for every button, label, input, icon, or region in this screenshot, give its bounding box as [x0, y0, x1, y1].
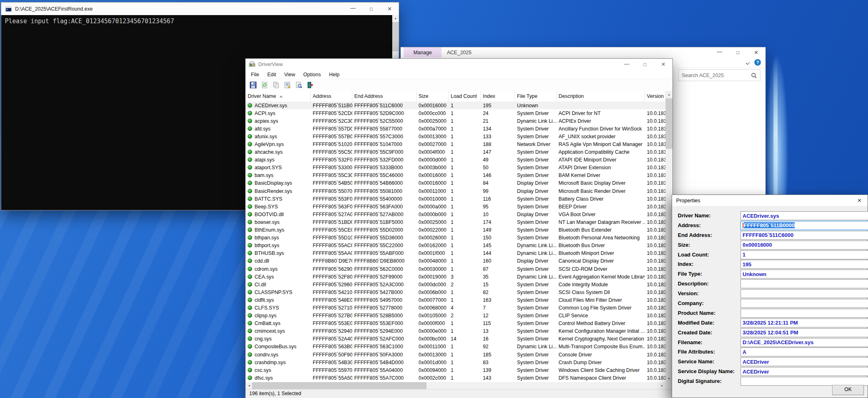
table-row[interactable]: BTHUSB.sysFFFFF805`55AA0000FFFFF805`55AB…	[246, 250, 666, 257]
table-row[interactable]: cmimcext.sysFFFFF805`52940000FFFFF805`52…	[246, 327, 666, 335]
property-field-index[interactable]: 195	[741, 260, 868, 269]
column-header-address[interactable]: Address	[311, 91, 352, 102]
save-button[interactable]	[249, 81, 257, 89]
console-minimize-button[interactable]: —	[344, 2, 362, 15]
table-row[interactable]: cdrom.sysFFFFF805`56290000FFFFF805`562C0…	[246, 265, 666, 273]
explorer-maximize-button[interactable]: □	[729, 47, 747, 57]
menu-item-help[interactable]: Help	[325, 72, 344, 77]
explorer-search-box[interactable]	[678, 69, 760, 81]
properties-close-button[interactable]: ×	[851, 195, 868, 206]
table-row[interactable]: BasicDisplay.sysFFFFF805`54B50000FFFFF80…	[246, 179, 666, 187]
table-row[interactable]: CmBatt.sysFFFFF805`553E0000FFFFF805`553E…	[246, 320, 666, 327]
column-header-size[interactable]: Size	[417, 91, 449, 102]
scroll-up-icon[interactable]: ▲	[666, 91, 672, 98]
property-field-description[interactable]	[741, 279, 868, 288]
copy-button[interactable]	[272, 81, 280, 89]
property-field-modified-date[interactable]: 3/28/2025 12:21:11 PM	[741, 318, 868, 327]
column-header-driver-name[interactable]: Driver Name	[246, 91, 311, 102]
property-field-file-type[interactable]: Unknown	[741, 270, 868, 279]
table-row[interactable]: ACPI.sysFFFFF805`52CD0000FFFFF805`52D9C0…	[246, 109, 666, 117]
table-row[interactable]: CEA.sysFFFFF805`52F80000FFFFF805`52F9900…	[246, 273, 666, 281]
column-header-version[interactable]: Version	[645, 91, 666, 102]
property-field-service-display-name[interactable]: ACEDriver	[741, 367, 868, 376]
table-row[interactable]: clipsp.sysFFFFF805`527B0000FFFFF805`528B…	[246, 312, 666, 320]
table-row[interactable]: bowser.sysFFFFF805`51BD0000FFFFF805`51BF…	[246, 218, 666, 226]
table-row[interactable]: cng.sysFFFFF805`52A40000FFFFF805`52AFC00…	[246, 335, 666, 343]
table-row[interactable]: Beep.SYSFFFFF805`563F0000FFFFF805`563FA0…	[246, 203, 666, 210]
menu-item-file[interactable]: File	[247, 72, 263, 77]
console-scrollbar-thumb[interactable]	[392, 22, 399, 51]
table-row[interactable]: CompositeBus.sysFFFFF805`563B0000FFFFF80…	[246, 343, 666, 351]
table-row[interactable]: BthEnum.sysFFFFF805`55CE0000FFFFF805`55D…	[246, 226, 666, 234]
explorer-close-button[interactable]: ×	[747, 47, 765, 57]
exit-button[interactable]	[306, 81, 314, 89]
console-close-button[interactable]: ×	[380, 2, 399, 15]
table-row[interactable]: condrv.sysFFFFF805`50F90000FFFFF805`50FA…	[246, 351, 666, 358]
table-row[interactable]: BOOTVID.dllFFFFF805`527A0000FFFFF805`527…	[246, 210, 666, 218]
table-row[interactable]: atapi.sysFFFFF805`532F0000FFFFF805`532FD…	[246, 156, 666, 164]
table-row[interactable]: bam.sysFFFFF805`55C30000FFFFF805`55C4600…	[246, 172, 666, 179]
table-row[interactable]: afd.sysFFFFF805`557D0000FFFFF805`5587700…	[246, 125, 666, 133]
table-row[interactable]: csc.sysFFFFF805`55970000FFFFF805`55A0400…	[246, 366, 666, 374]
scroll-left-icon[interactable]: ◄	[246, 382, 253, 389]
table-row[interactable]: CI.dllFFFFF805`52960000FFFFF805`52A3C000…	[246, 281, 666, 288]
search-input[interactable]	[679, 72, 750, 79]
horizontal-scrollbar[interactable]: ◄ ►	[246, 382, 672, 389]
driverview-maximize-button[interactable]: □	[636, 59, 654, 70]
table-row[interactable]: bthport.sysFFFFF805`55AC0000FFFFF805`55C…	[246, 242, 666, 250]
table-row[interactable]: CLFS.SYSFFFFF805`52710000FFFFF805`527780…	[246, 304, 666, 312]
driverview-close-button[interactable]: ×	[654, 59, 672, 70]
column-header-index[interactable]: Index	[481, 91, 515, 102]
properties-button[interactable]	[283, 81, 292, 89]
table-row[interactable]: AgileVpn.sysFFFFF805`51020000FFFFF805`51…	[246, 140, 666, 148]
property-field-product-name[interactable]	[741, 309, 868, 318]
property-field-created-date[interactable]: 3/28/2025 12:04:51 PM	[741, 328, 868, 337]
ok-button[interactable]: OK	[832, 385, 864, 395]
table-row[interactable]: ahcache.sysFFFFF805`55C50000FFFFF805`55C…	[246, 148, 666, 156]
console-maximize-button[interactable]: □	[362, 2, 380, 15]
table-row[interactable]: dfsc.sysFFFFF805`55A50000FFFFF805`55A7C0…	[246, 374, 666, 382]
search-icon[interactable]	[750, 72, 758, 79]
help-icon[interactable]: ?	[754, 59, 761, 66]
column-header-load-count[interactable]: Load Count	[449, 91, 481, 102]
property-field-filename[interactable]: D:\ACE_2025\ACEDriver.sys	[741, 338, 868, 347]
column-header-file-type[interactable]: File Type	[515, 91, 556, 102]
table-row[interactable]: BasicRender.sysFFFFF805`55070000FFFFF805…	[246, 187, 666, 195]
property-field-size[interactable]: 0x00016000	[741, 241, 868, 250]
table-row[interactable]: cdd.dllFFFF8B60`D9E70000FFFF8B60`D9EB800…	[246, 257, 666, 265]
table-row[interactable]: afunix.sysFFFFF805`557B0000FFFFF805`557C…	[246, 133, 666, 140]
property-field-digital-signature[interactable]	[741, 377, 868, 386]
scroll-up-icon[interactable]: ▲	[392, 15, 399, 22]
menu-item-options[interactable]: Options	[299, 72, 325, 77]
property-field-driver-name[interactable]: ACEDriver.sys	[741, 211, 868, 220]
property-field-company[interactable]	[741, 299, 868, 308]
refresh-button[interactable]	[260, 81, 269, 89]
table-row[interactable]: CLASSPNP.SYSFFFFF805`54210000FFFFF805`54…	[246, 288, 666, 296]
property-field-service-name[interactable]: ACEDriver	[741, 357, 868, 366]
table-row[interactable]: BATTC.SYSFFFFF805`553F0000FFFFF805`55400…	[246, 195, 666, 203]
driverview-minimize-button[interactable]: —	[617, 59, 636, 70]
chevron-down-icon[interactable]	[746, 61, 750, 65]
horizontal-scrollbar-thumb[interactable]	[252, 382, 426, 389]
table-row[interactable]: ACEDriver.sysFFFFF805`511B0000FFFFF805`5…	[246, 102, 666, 109]
table-row[interactable]: ataport.SYSFFFFF805`53300000FFFFF805`533…	[246, 164, 666, 172]
table-row[interactable]: acpiex.sysFFFFF805`52C30000FFFFF805`52C5…	[246, 117, 666, 125]
vertical-scrollbar-thumb[interactable]	[666, 98, 672, 149]
column-header-end-address[interactable]: End Address	[352, 91, 417, 102]
property-field-version[interactable]	[741, 289, 868, 298]
explorer-minimize-button[interactable]: —	[710, 47, 729, 57]
scroll-right-icon[interactable]: ►	[659, 382, 666, 389]
table-row[interactable]: bthpan.sysFFFFF805`55D10000FFFFF805`55D3…	[246, 234, 666, 242]
table-row[interactable]: cldflt.sysFFFFF805`548E0000FFFFF805`5495…	[246, 296, 666, 304]
property-field-load-count[interactable]: 1	[741, 250, 868, 259]
property-field-file-attributes[interactable]: A	[741, 347, 868, 356]
manage-ribbon-tab[interactable]: Manage	[404, 47, 442, 57]
find-button[interactable]	[294, 81, 303, 89]
column-header-description[interactable]: Description	[556, 91, 645, 102]
property-field-address[interactable]: FFFFF805`511B0000	[741, 221, 868, 230]
menu-item-view[interactable]: View	[280, 72, 299, 77]
property-field-end-address[interactable]: FFFFF805`511C6000	[741, 231, 868, 240]
menu-item-edit[interactable]: Edit	[263, 72, 280, 77]
cell-address: FFFFF805`52A40000	[311, 336, 352, 342]
table-row[interactable]: crashdmp.sysFFFFF805`54B30000FFFFF805`54…	[246, 358, 666, 366]
